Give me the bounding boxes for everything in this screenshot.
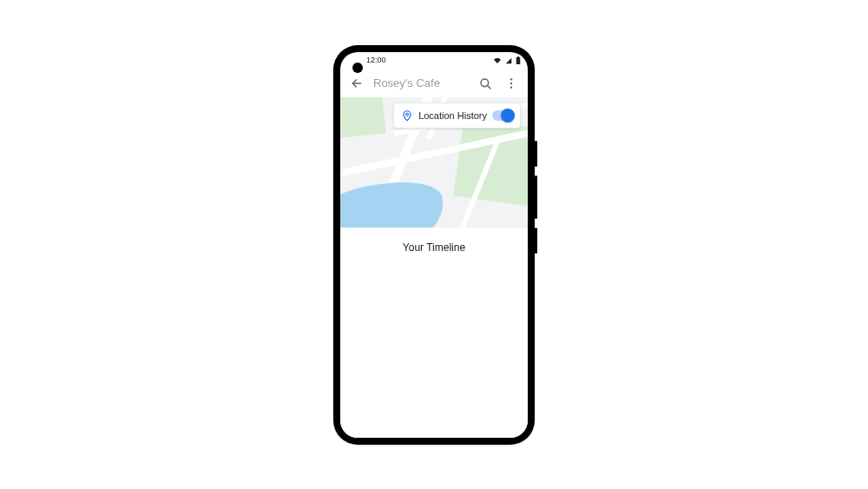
svg-point-3 bbox=[510, 86, 512, 88]
page-title: Rosey's Cafe bbox=[372, 76, 470, 89]
location-history-card: Location History bbox=[393, 102, 521, 129]
phone-screen: 12:00 Rosey's Cafe bbox=[340, 52, 528, 438]
timeline-sheet[interactable]: Your Timeline bbox=[340, 228, 528, 438]
map-view[interactable]: Location History bbox=[340, 97, 528, 228]
map-park-shape bbox=[340, 97, 386, 140]
svg-point-4 bbox=[406, 113, 409, 116]
phone-side-button bbox=[535, 141, 537, 167]
toggle-thumb bbox=[501, 109, 515, 122]
phone-frame: 12:00 Rosey's Cafe bbox=[333, 45, 535, 445]
status-clock: 12:00 bbox=[366, 56, 386, 64]
svg-point-1 bbox=[510, 78, 512, 80]
app-bar: Rosey's Cafe bbox=[340, 69, 528, 97]
punch-hole-camera bbox=[352, 63, 363, 73]
stage: 12:00 Rosey's Cafe bbox=[0, 0, 868, 489]
wifi-icon bbox=[493, 57, 502, 64]
phone-side-button bbox=[535, 175, 537, 219]
back-button[interactable] bbox=[345, 72, 368, 95]
search-button[interactable] bbox=[474, 72, 496, 95]
svg-point-0 bbox=[481, 79, 489, 87]
location-history-label: Location History bbox=[418, 110, 487, 121]
phone-side-button bbox=[535, 228, 537, 254]
timeline-title: Your Timeline bbox=[340, 241, 528, 254]
status-icons bbox=[493, 56, 521, 64]
svg-point-2 bbox=[510, 82, 512, 83]
battery-icon bbox=[516, 56, 521, 64]
location-history-toggle[interactable] bbox=[492, 110, 513, 121]
more-button[interactable] bbox=[500, 72, 523, 95]
location-pin-icon bbox=[401, 109, 413, 122]
signal-icon bbox=[504, 57, 513, 64]
status-bar: 12:00 bbox=[340, 52, 528, 69]
